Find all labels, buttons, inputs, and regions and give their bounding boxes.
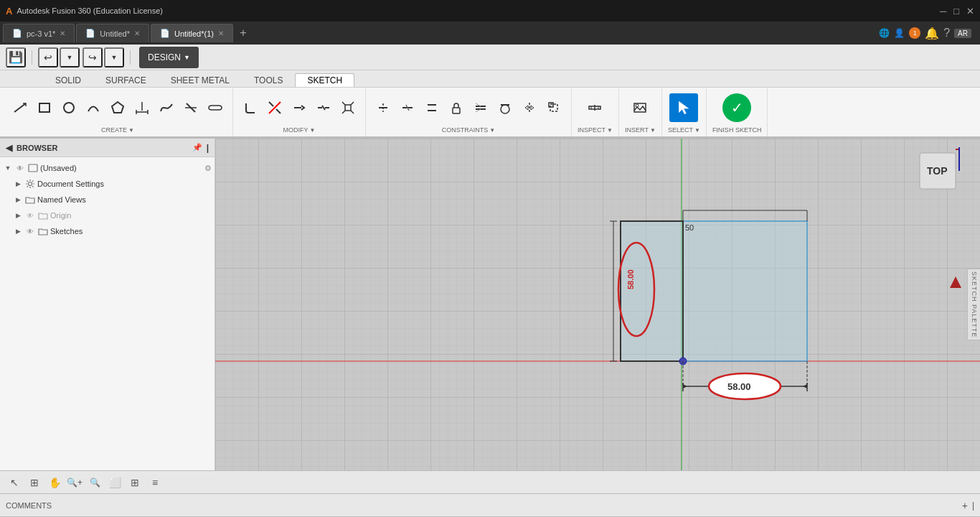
- nav-back-icon[interactable]: 🌐: [879, 28, 890, 38]
- comments-collapse-icon[interactable]: |: [972, 500, 974, 511]
- solid-tab[interactable]: SOLID: [43, 73, 93, 87]
- browser-collapse-icon[interactable]: |: [207, 143, 209, 153]
- tree-label-doc-settings: Document Settings: [37, 180, 212, 188]
- close-button[interactable]: ✕: [966, 6, 974, 17]
- tree-gear-icon[interactable]: ⚙: [204, 164, 212, 173]
- tools-tab[interactable]: TOOLS: [242, 73, 295, 87]
- tree-item-named-views[interactable]: ▶ Named Views: [0, 192, 215, 208]
- surface-tab[interactable]: SURFACE: [93, 73, 159, 87]
- undo-dropdown[interactable]: ▼: [60, 47, 80, 67]
- zoom-in-icon[interactable]: 🔍+: [66, 474, 83, 491]
- notifications-icon[interactable]: 🔔: [925, 27, 939, 40]
- circle-tool[interactable]: [57, 96, 80, 119]
- select-group: SELECT ▼: [662, 88, 707, 136]
- tree-item-origin[interactable]: ▶ 👁 Origin: [0, 208, 215, 223]
- svg-point-16: [501, 105, 509, 113]
- zoom-extent-icon[interactable]: 🔍: [86, 474, 103, 491]
- modify-group: MODIFY ▼: [233, 88, 366, 136]
- tab-add-button[interactable]: +: [235, 24, 252, 42]
- tangent-constraint[interactable]: [494, 96, 517, 119]
- symmetric-constraint[interactable]: [518, 96, 541, 119]
- tree-icon-gear: [24, 178, 36, 190]
- polygon-tool[interactable]: [106, 96, 129, 119]
- svg-marker-2: [112, 102, 123, 113]
- extend-tool[interactable]: [288, 96, 311, 119]
- comments-add-icon[interactable]: +: [962, 500, 968, 511]
- pan-tool-icon[interactable]: ✋: [46, 474, 63, 491]
- line-tool[interactable]: [9, 96, 32, 119]
- parallel-constraint[interactable]: [420, 96, 443, 119]
- trim-modify-tool[interactable]: [263, 96, 286, 119]
- svg-point-1: [64, 103, 74, 113]
- tab-untitled2[interactable]: 📄 Untitled*(1) ✕: [151, 24, 233, 42]
- redo-button[interactable]: ↪: [83, 47, 103, 67]
- more-options-icon[interactable]: ≡: [146, 474, 164, 491]
- separator2: [130, 50, 131, 65]
- tree-icon-origin: [37, 210, 49, 221]
- tab-untitled1-close[interactable]: ✕: [134, 29, 140, 37]
- design-dropdown-button[interactable]: DESIGN ▼: [139, 47, 199, 68]
- slot-tool[interactable]: [204, 96, 227, 119]
- tree-arrow-origin[interactable]: ▶: [13, 210, 23, 220]
- coincident-constraint[interactable]: [372, 96, 395, 119]
- select-buttons: [669, 90, 698, 125]
- dimension-tool[interactable]: [131, 96, 154, 119]
- svg-line-6: [276, 109, 281, 113]
- tree-eye-root[interactable]: 👁: [14, 162, 26, 174]
- tree-arrow-sketches[interactable]: ▶: [13, 226, 23, 236]
- tab-untitled1[interactable]: 📄 Untitled* ✕: [76, 24, 149, 42]
- arc-tool[interactable]: [82, 96, 105, 119]
- browser-pin-icon[interactable]: 📌: [192, 143, 202, 152]
- tab-doc-icon3: 📄: [160, 29, 170, 38]
- canvas-area[interactable]: -50 -100 -150 -200 58.00: [215, 139, 980, 470]
- create-buttons: [9, 90, 227, 125]
- measure-tool[interactable]: [583, 96, 606, 119]
- lock-constraint[interactable]: [445, 96, 468, 119]
- tree-eye-sketches[interactable]: 👁: [24, 225, 36, 237]
- bottom-left-tools: ↖ ⊞ ✋ 🔍+ 🔍 ⬜ ⊞ ≡: [6, 474, 164, 491]
- equal-constraint[interactable]: [469, 96, 492, 119]
- insert-image-tool[interactable]: [628, 96, 651, 119]
- tab-bar: 📄 pc-3 v1* ✕ 📄 Untitled* ✕ 📄 Untitled*(1…: [0, 22, 980, 45]
- trim-tool[interactable]: [179, 96, 202, 119]
- browser-header: ◀ BROWSER 📌 |: [0, 139, 215, 157]
- break-tool[interactable]: [312, 96, 335, 119]
- account-icon[interactable]: 👤: [894, 28, 905, 38]
- tab-untitled2-close[interactable]: ✕: [218, 29, 224, 37]
- tree-item-sketches[interactable]: ▶ 👁 Sketches: [0, 223, 215, 239]
- nav-cube[interactable]: TOP: [913, 146, 963, 196]
- title-controls[interactable]: ─ □ ✕: [940, 6, 974, 17]
- select-tool[interactable]: [669, 93, 698, 122]
- display-mode-icon[interactable]: ⊞: [126, 474, 143, 491]
- tab-untitled1-label: Untitled*: [100, 29, 130, 38]
- collinear-constraint[interactable]: [396, 96, 419, 119]
- help-icon[interactable]: ?: [943, 27, 950, 39]
- grid-toggle-icon[interactable]: ⊞: [26, 474, 43, 491]
- browser-back-icon[interactable]: ◀: [6, 143, 12, 153]
- tree-eye-origin[interactable]: 👁: [24, 210, 36, 221]
- tree-arrow-doc-settings[interactable]: ▶: [13, 179, 23, 189]
- tab-pc3-close[interactable]: ✕: [60, 29, 65, 37]
- undo-button[interactable]: ↩: [38, 47, 58, 67]
- move-tool-icon[interactable]: ↖: [6, 474, 23, 491]
- sketch-palette-tab[interactable]: SKETCH PALETTE: [967, 269, 980, 340]
- spline-tool[interactable]: [155, 96, 178, 119]
- tab-pc3[interactable]: 📄 pc-3 v1* ✕: [3, 24, 75, 42]
- project-constraint[interactable]: [542, 96, 565, 119]
- tree-item-root[interactable]: ▼ 👁 (Unsaved) ⚙: [0, 160, 215, 176]
- tree-arrow-root[interactable]: ▼: [3, 163, 13, 173]
- notification-count: 1: [909, 27, 920, 39]
- sketch-tab[interactable]: SKETCH: [295, 73, 354, 87]
- sheet-metal-tab[interactable]: SHEET METAL: [159, 73, 242, 87]
- rectangle-tool[interactable]: [33, 96, 56, 119]
- fillet-tool[interactable]: [239, 96, 262, 119]
- minimize-button[interactable]: ─: [940, 6, 946, 17]
- view-toggle-icon[interactable]: ⬜: [106, 474, 123, 491]
- finish-sketch-button[interactable]: ✓: [722, 93, 751, 122]
- maximize-button[interactable]: □: [953, 6, 959, 17]
- redo-dropdown[interactable]: ▼: [104, 47, 124, 67]
- tree-item-doc-settings[interactable]: ▶ Document Settings: [0, 176, 215, 192]
- scale-tool[interactable]: [336, 96, 359, 119]
- save-button[interactable]: 💾: [6, 47, 26, 67]
- tree-arrow-named-views[interactable]: ▶: [13, 195, 23, 205]
